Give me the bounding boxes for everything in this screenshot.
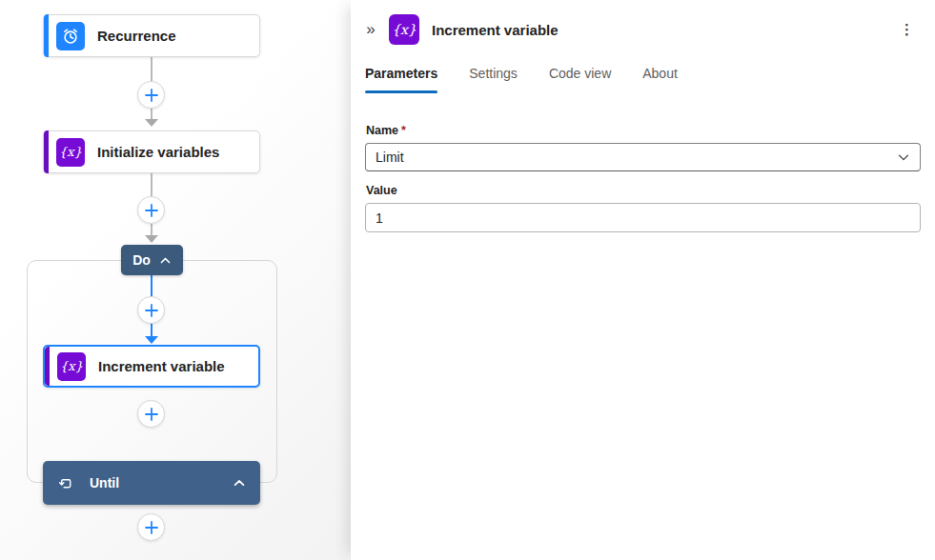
variable-glyph: {x} [60,359,83,373]
plus-icon [145,89,158,102]
label-text: Value [366,184,397,197]
plus-icon [145,521,158,534]
flow-canvas[interactable]: Recurrence {x} Initialize variables [0,0,351,560]
insert-action-button[interactable] [137,513,165,541]
plus-icon [145,304,158,317]
name-combobox[interactable]: Limit [365,143,921,171]
node-label: Initialize variables [97,144,219,160]
tab-parameters[interactable]: Parameters [365,60,437,93]
value-input[interactable] [365,203,921,232]
insert-action-button[interactable] [137,81,165,109]
power-automate-designer: Recurrence {x} Initialize variables [0,0,935,560]
until-loop-icon [57,475,73,491]
panel-title: Increment variable [432,22,559,38]
node-label: Recurrence [97,28,176,44]
connector-arrow-icon [145,336,158,344]
chevron-down-icon[interactable] [897,150,910,164]
name-field-label: Name* [366,124,921,137]
variable-glyph: {x} [59,145,82,159]
node-label: Increment variable [98,358,225,374]
properties-panel: » {x} Increment variable ⋮ Parameters Se… [351,0,935,560]
plus-icon [145,408,158,421]
required-asterisk: * [401,124,406,137]
tab-settings[interactable]: Settings [469,60,518,93]
variable-icon: {x} [57,352,86,381]
node-accent [44,14,49,57]
connector-arrow-icon [145,235,158,243]
panel-tabs: Parameters Settings Code view About [351,60,935,93]
variable-icon: {x} [389,14,419,45]
clock-icon [56,22,85,50]
variable-glyph: {x} [392,22,417,37]
insert-action-button[interactable] [137,196,165,224]
do-loop-header[interactable]: Do [121,245,183,275]
plus-icon [145,204,158,217]
tab-label: Parameters [365,66,437,81]
tab-code-view[interactable]: Code view [549,60,611,93]
do-label: Do [132,252,151,268]
insert-action-button[interactable] [137,296,165,324]
collapse-panel-icon[interactable]: » [358,14,383,45]
panel-header: » {x} Increment variable ⋮ [351,0,935,45]
parameters-form: Name* Limit Value [351,124,935,232]
name-combobox-value: Limit [376,150,404,165]
node-accent [44,130,49,173]
node-accent [45,347,50,386]
tab-label: Settings [469,66,518,81]
tab-about[interactable]: About [642,60,678,93]
tab-label: About [642,66,678,81]
insert-action-button[interactable] [137,400,165,428]
connector-arrow-icon [145,119,158,127]
node-increment-variable[interactable]: {x} Increment variable [43,345,260,388]
value-field-label: Value [366,184,921,197]
node-initialize-variables[interactable]: {x} Initialize variables [43,130,260,173]
more-options-icon[interactable]: ⋮ [894,18,920,41]
chevron-up-icon[interactable] [233,476,246,490]
until-loop-footer[interactable]: Until [43,461,260,505]
until-label: Until [90,475,119,490]
label-text: Name [366,124,398,137]
chevron-up-icon[interactable] [159,254,172,267]
tab-label: Code view [549,66,611,81]
variable-icon: {x} [56,138,85,167]
node-recurrence[interactable]: Recurrence [43,14,260,57]
